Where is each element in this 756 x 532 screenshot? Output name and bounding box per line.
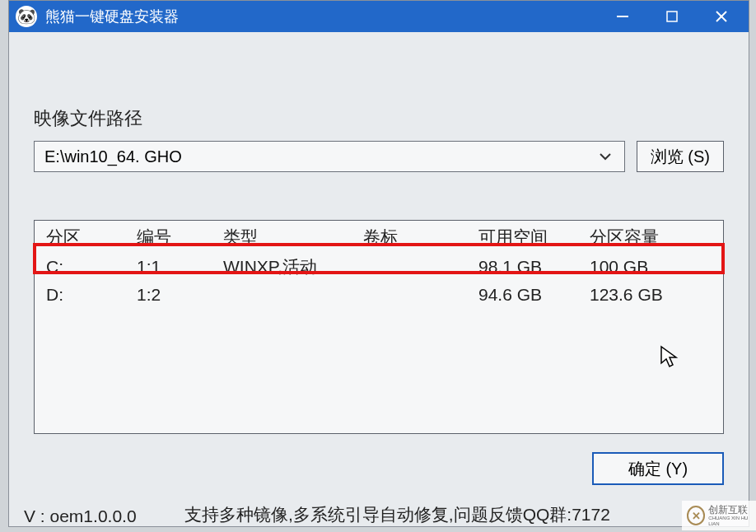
footer-info: 支持多种镜像,多系统引导自动修复,问题反馈QQ群:7172: [184, 503, 610, 526]
image-path-value: E:\win10_64. GHO: [44, 147, 182, 166]
col-type: 类型: [212, 221, 352, 252]
watermark: ✕ 创新互联 CHUANG XIN HU LIAN: [682, 501, 756, 530]
watermark-icon: ✕: [687, 506, 705, 525]
col-free: 可用空间: [467, 221, 578, 252]
panda-icon: 🐼: [16, 6, 37, 27]
partition-grid[interactable]: 分区 编号 类型 卷标 可用空间 分区容量 C: 1:1 WINXP,活动 9: [34, 220, 724, 434]
chevron-down-icon[interactable]: [596, 147, 614, 166]
col-number: 编号: [125, 221, 212, 252]
ok-button[interactable]: 确定 (Y): [592, 452, 724, 485]
maximize-button[interactable]: [660, 4, 684, 29]
col-capacity: 分区容量: [578, 221, 723, 252]
version-text: V : oem1.0.0.0: [24, 506, 184, 526]
image-path-combobox[interactable]: E:\win10_64. GHO: [34, 141, 625, 172]
table-row[interactable]: D: 1:2 94.6 GB 123.6 GB: [35, 282, 723, 308]
table-row[interactable]: C: 1:1 WINXP,活动 98.1 GB 100 GB: [35, 252, 723, 282]
minimize-button[interactable]: [610, 4, 635, 29]
svg-rect-1: [667, 12, 677, 21]
grid-header-row: 分区 编号 类型 卷标 可用空间 分区容量: [35, 221, 723, 252]
close-button[interactable]: [709, 4, 734, 29]
image-path-label: 映像文件路径: [34, 106, 724, 131]
status-bar: V : oem1.0.0.0 支持多种镜像,多系统引导自动修复,问题反馈QQ群:…: [9, 502, 749, 526]
browse-button[interactable]: 浏览 (S): [637, 141, 724, 172]
col-partition: 分区: [35, 221, 125, 252]
titlebar: 🐼 熊猫一键硬盘安装器: [9, 1, 749, 32]
col-volume: 卷标: [352, 221, 467, 252]
window-title: 熊猫一键硬盘安装器: [45, 7, 610, 26]
app-window: 🐼 熊猫一键硬盘安装器 映像文件路径 E:\win10_64. GHO 浏览 (…: [8, 0, 749, 527]
